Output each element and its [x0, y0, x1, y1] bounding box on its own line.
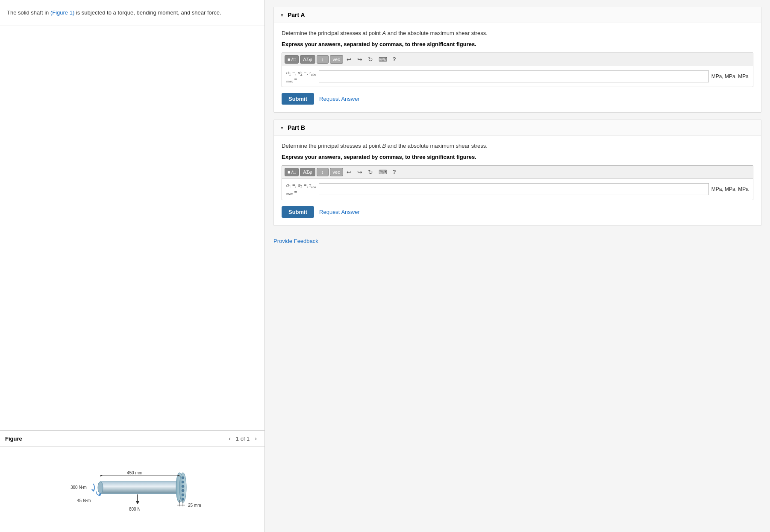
part-b-toolbar-btn1[interactable]: ■√□ [285, 168, 299, 176]
figure-section: Figure ‹ 1 of 1 › [0, 430, 265, 532]
part-a-toolbar: ■√□ ΑΣφ ↕ vec ↩ ↪ ↻ ⌨ ? [282, 53, 753, 66]
part-b-refresh-button[interactable]: ↻ [366, 168, 375, 176]
part-a-help-button[interactable]: ? [391, 55, 398, 63]
part-a-arrow: ▼ [280, 13, 284, 18]
part-b-arrow: ▼ [280, 126, 284, 130]
part-b-toolbar: ■√□ ΑΣφ ↕ vec ↩ ↪ ↻ ⌨ ? [282, 166, 753, 179]
part-a-answer-row: σ1 =, σ2 =, τabsmax = MPa, MPa, MPa [282, 66, 753, 87]
figure-nav-text: 1 of 1 [236, 436, 250, 442]
figure-header: Figure ‹ 1 of 1 › [0, 431, 265, 447]
problem-text-area: The solid shaft in (Figure 1) is subject… [0, 0, 265, 26]
part-a-description: Determine the principal stresses at poin… [282, 29, 753, 38]
part-b-body: Determine the principal stresses at poin… [274, 136, 761, 225]
shaft-diagram: 450 mm 25 mm 300 N·m 45 N·m 800 N [64, 457, 201, 521]
figure-title: Figure [5, 436, 22, 442]
figure-nav: ‹ 1 of 1 › [226, 434, 259, 443]
part-a-request-answer-link[interactable]: Request Answer [319, 96, 360, 102]
part-a-section: ▼ Part A Determine the principal stresse… [273, 7, 761, 113]
part-a-submit-button[interactable]: Submit [282, 93, 314, 105]
svg-text:800 N: 800 N [129, 507, 141, 512]
part-a-redo-button[interactable]: ↪ [355, 55, 364, 64]
svg-text:300 N·m: 300 N·m [71, 485, 87, 490]
part-b-units: MPa, MPa, MPa [711, 186, 749, 192]
part-b-input-box: ■√□ ΑΣφ ↕ vec ↩ ↪ ↻ ⌨ ? σ1 =, σ2 =, τabs… [282, 165, 753, 200]
feedback-area: Provide Feedback [273, 233, 761, 246]
part-b-toolbar-btn2[interactable]: ΑΣφ [300, 168, 315, 176]
part-a-body: Determine the principal stresses at poin… [274, 23, 761, 112]
svg-point-6 [182, 489, 184, 492]
part-a-toolbar-btn1[interactable]: ■√□ [285, 55, 299, 64]
part-a-header[interactable]: ▼ Part A [274, 7, 761, 23]
spacer [0, 26, 265, 431]
part-a-undo-button[interactable]: ↩ [344, 55, 354, 64]
part-a-toolbar-btn3[interactable]: ↕ [317, 55, 329, 64]
part-a-prefix: σ1 =, σ2 =, τabsmax = [286, 70, 316, 84]
part-b-keyboard-button[interactable]: ⌨ [376, 168, 389, 176]
svg-marker-11 [100, 475, 103, 476]
figure-link[interactable]: (Figure 1) [50, 9, 74, 16]
svg-point-9 [98, 482, 103, 494]
part-b-answer-input[interactable] [319, 183, 709, 195]
part-a-answer-input[interactable] [319, 70, 709, 82]
svg-text:25 mm: 25 mm [188, 503, 201, 508]
part-a-title: Part A [288, 12, 305, 18]
part-b-section: ▼ Part B Determine the principal stresse… [273, 120, 761, 225]
part-a-toolbar-btn4[interactable]: vec [330, 55, 343, 64]
figure-prev-button[interactable]: ‹ [226, 434, 233, 443]
part-b-action-row: Submit Request Answer [282, 205, 753, 219]
provide-feedback-link[interactable]: Provide Feedback [273, 238, 318, 244]
part-b-toolbar-btn4[interactable]: vec [330, 168, 343, 176]
part-a-toolbar-btn2[interactable]: ΑΣφ [300, 55, 315, 64]
part-a-refresh-button[interactable]: ↻ [366, 55, 375, 64]
svg-text:450 mm: 450 mm [126, 471, 142, 475]
svg-point-3 [182, 476, 184, 479]
part-b-submit-button[interactable]: Submit [282, 206, 314, 218]
part-b-description: Determine the principal stresses at poin… [282, 142, 753, 150]
problem-text-after: is subjected to a torque, bending moment… [74, 9, 221, 16]
part-b-help-button[interactable]: ? [391, 168, 398, 176]
part-b-answer-row: σ1 =, σ2 =, τabsmax = MPa, MPa, MPa [282, 179, 753, 200]
part-b-request-answer-link[interactable]: Request Answer [319, 209, 360, 215]
part-a-action-row: Submit Request Answer [282, 91, 753, 105]
figure-next-button[interactable]: › [252, 434, 259, 443]
part-b-instructions: Express your answers, separated by comma… [282, 154, 753, 160]
part-b-toolbar-btn3[interactable]: ↕ [317, 168, 329, 176]
part-b-header[interactable]: ▼ Part B [274, 120, 761, 136]
right-panel: ▼ Part A Determine the principal stresse… [265, 0, 770, 532]
svg-text:45 N·m: 45 N·m [77, 498, 91, 503]
part-b-redo-button[interactable]: ↪ [355, 168, 364, 176]
part-b-title: Part B [288, 124, 305, 131]
svg-marker-23 [136, 501, 139, 504]
svg-point-5 [182, 485, 184, 488]
svg-point-7 [182, 494, 184, 496]
problem-text-before: The solid shaft in [7, 9, 50, 16]
part-b-prefix: σ1 =, σ2 =, τabsmax = [286, 182, 316, 196]
part-a-input-box: ■√□ ΑΣφ ↕ vec ↩ ↪ ↻ ⌨ ? σ1 =, σ2 =, τabs… [282, 53, 753, 88]
part-a-instructions: Express your answers, separated by comma… [282, 41, 753, 47]
svg-point-4 [182, 481, 184, 483]
left-panel: The solid shaft in (Figure 1) is subject… [0, 0, 265, 532]
part-a-units: MPa, MPa, MPa [711, 73, 749, 79]
part-a-keyboard-button[interactable]: ⌨ [376, 55, 389, 64]
svg-rect-0 [100, 482, 179, 494]
figure-content: 450 mm 25 mm 300 N·m 45 N·m 800 N [0, 447, 265, 532]
part-b-undo-button[interactable]: ↩ [344, 168, 354, 176]
